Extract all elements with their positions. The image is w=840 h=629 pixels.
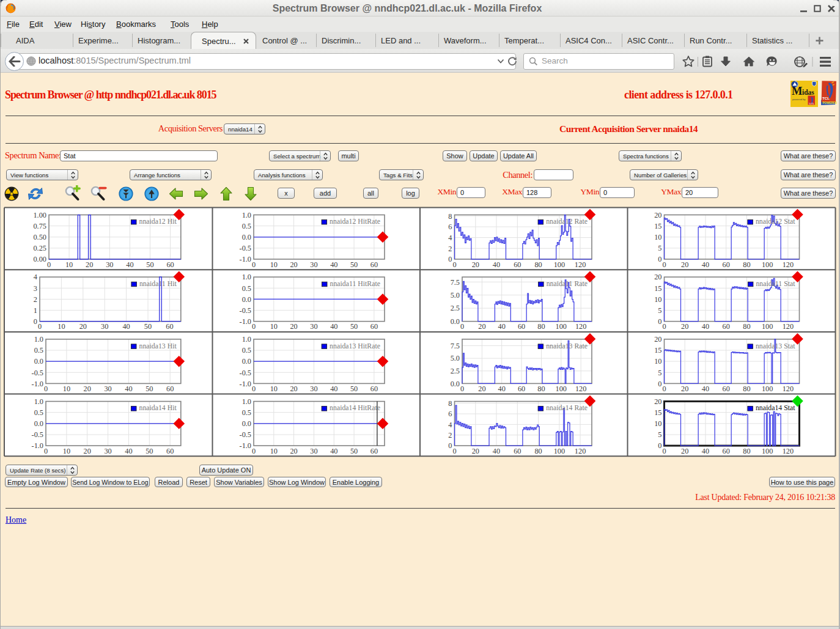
svg-text:50: 50 [350,322,358,331]
svg-text:0.25: 0.25 [33,244,46,252]
svg-text:20: 20 [681,322,688,331]
svg-text:nnaida11 Hit: nnaida11 Hit [139,279,177,288]
svg-text:30: 30 [310,260,317,269]
svg-text:nnaida14 Hit: nnaida14 Hit [139,403,177,412]
svg-text:0: 0 [662,384,666,393]
svg-text:120: 120 [783,260,794,269]
svg-text:10: 10 [270,384,278,393]
svg-text:80: 80 [743,322,750,331]
svg-text:80: 80 [534,447,542,455]
svg-text:-1.0: -1.0 [240,255,251,263]
svg-text:50: 50 [350,447,358,455]
svg-text:40: 40 [330,322,337,331]
svg-text:40: 40 [702,447,709,455]
svg-text:40: 40 [702,322,709,331]
svg-text:50: 50 [146,384,153,393]
svg-text:nnaida11 Rate: nnaida11 Rate [547,279,588,288]
svg-text:0: 0 [452,447,456,455]
svg-text:0: 0 [252,447,256,455]
svg-text:40: 40 [125,384,132,393]
svg-text:50: 50 [350,384,358,393]
svg-text:5: 5 [658,244,661,252]
svg-text:0: 0 [448,441,452,450]
svg-text:0.5: 0.5 [242,346,251,355]
svg-text:7.5: 7.5 [451,342,460,350]
svg-text:120: 120 [575,322,586,331]
svg-text:0.0: 0.0 [34,357,43,366]
svg-text:60: 60 [723,384,730,393]
svg-text:10: 10 [63,384,70,393]
svg-text:nnaida14 Stat: nnaida14 Stat [756,403,795,412]
svg-text:10: 10 [63,447,70,455]
svg-text:120: 120 [783,447,794,455]
svg-text:80: 80 [743,384,750,393]
svg-text:30: 30 [310,384,317,393]
svg-text:0: 0 [252,384,256,393]
svg-text:nnaida13 Stat: nnaida13 Stat [756,342,795,350]
svg-text:-0.5: -0.5 [240,430,251,439]
svg-text:80: 80 [743,447,750,455]
svg-text:10: 10 [57,322,65,331]
svg-text:5: 5 [658,306,661,315]
svg-text:100: 100 [556,322,567,331]
svg-text:5: 5 [658,430,661,439]
svg-text:20: 20 [290,384,297,393]
svg-text:30: 30 [104,447,111,455]
svg-text:0.5: 0.5 [242,222,251,230]
svg-text:0.0: 0.0 [451,380,460,388]
svg-text:15: 15 [654,222,661,230]
svg-text:0.0: 0.0 [242,419,251,428]
svg-text:60: 60 [370,322,378,331]
svg-text:60: 60 [723,322,730,331]
svg-text:0: 0 [34,317,37,326]
svg-text:0: 0 [658,441,661,450]
svg-text:-0.5: -0.5 [32,430,43,439]
svg-text:1.00: 1.00 [33,211,46,219]
svg-text:30: 30 [101,322,108,331]
svg-text:60: 60 [514,447,521,455]
svg-text:nnaida11 Stat: nnaida11 Stat [756,279,795,288]
svg-text:-0.5: -0.5 [240,369,251,377]
svg-text:10: 10 [270,447,278,455]
svg-text:-1.0: -1.0 [32,380,43,388]
svg-text:0: 0 [38,322,42,331]
svg-text:0.0: 0.0 [451,317,460,326]
svg-text:20: 20 [478,322,485,331]
svg-text:0: 0 [44,384,48,393]
svg-text:0: 0 [47,260,51,269]
svg-text:0: 0 [44,447,48,455]
svg-text:0.00: 0.00 [33,255,46,263]
svg-text:20: 20 [86,260,93,269]
svg-text:20: 20 [84,384,91,393]
svg-text:0.50: 0.50 [33,233,46,241]
svg-text:10: 10 [654,233,661,241]
svg-text:120: 120 [575,260,586,269]
svg-text:80: 80 [537,384,545,393]
svg-text:20: 20 [290,260,297,269]
svg-text:nnaida12 Stat: nnaida12 Stat [756,217,795,226]
svg-text:nnaida14 Rate: nnaida14 Rate [546,403,588,412]
svg-text:0.0: 0.0 [34,419,43,428]
svg-text:100: 100 [762,447,773,455]
svg-text:60: 60 [166,322,173,331]
svg-text:10: 10 [65,260,73,269]
svg-text:5.0: 5.0 [451,354,460,362]
svg-text:40: 40 [498,384,506,393]
svg-text:0: 0 [452,260,456,269]
svg-text:-1.0: -1.0 [240,441,251,450]
svg-text:7.5: 7.5 [451,278,460,287]
svg-text:10: 10 [270,322,278,331]
svg-text:-0.5: -0.5 [240,306,251,315]
svg-text:20: 20 [79,322,87,331]
svg-text:15: 15 [654,408,661,417]
svg-text:2.5: 2.5 [451,367,460,375]
svg-text:4: 4 [448,234,452,242]
svg-text:40: 40 [330,260,337,269]
svg-text:4: 4 [448,421,452,429]
svg-text:2: 2 [448,431,452,440]
svg-text:0: 0 [460,322,464,331]
svg-text:8: 8 [448,399,452,408]
svg-text:1.0: 1.0 [242,397,251,406]
svg-text:0: 0 [662,322,666,331]
svg-text:100: 100 [556,384,567,393]
